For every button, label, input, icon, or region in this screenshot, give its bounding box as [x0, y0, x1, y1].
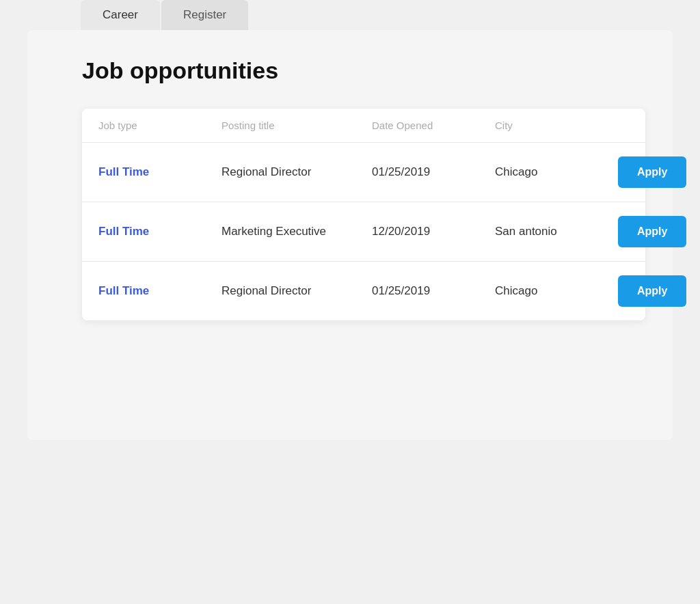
apply-cell: Apply [618, 156, 686, 188]
job-table: Job type Posting title Date Opened City … [82, 109, 645, 320]
page-title: Job opportunities [82, 57, 645, 84]
header-city: City [495, 120, 618, 131]
date-opened-cell: 01/25/2019 [372, 284, 495, 298]
apply-cell: Apply [618, 275, 686, 307]
date-opened-cell: 01/25/2019 [372, 165, 495, 179]
table-row: Full Time Marketing Executive 12/20/2019… [82, 202, 645, 261]
city-cell: Chicago [495, 165, 618, 179]
table-row: Full Time Regional Director 01/25/2019 C… [82, 142, 645, 202]
tab-career[interactable]: Career [81, 0, 160, 30]
posting-title-cell: Marketing Executive [221, 225, 372, 238]
job-type-cell: Full Time [98, 284, 221, 298]
table-row: Full Time Regional Director 01/25/2019 C… [82, 261, 645, 320]
city-cell: San antonio [495, 225, 618, 238]
header-job-type: Job type [98, 120, 221, 131]
posting-title-cell: Regional Director [221, 284, 372, 298]
page-wrapper: Career Register Job opportunities Job ty… [0, 0, 700, 604]
header-posting-title: Posting title [221, 120, 372, 131]
table-header: Job type Posting title Date Opened City [82, 109, 645, 142]
tab-register[interactable]: Register [161, 0, 248, 30]
city-cell: Chicago [495, 284, 618, 298]
posting-title-cell: Regional Director [221, 165, 372, 179]
content-area: Job opportunities Job type Posting title… [27, 30, 673, 440]
job-type-cell: Full Time [98, 225, 221, 238]
job-type-cell: Full Time [98, 165, 221, 179]
apply-button[interactable]: Apply [618, 156, 686, 188]
date-opened-cell: 12/20/2019 [372, 225, 495, 238]
apply-cell: Apply [618, 216, 686, 247]
header-action [618, 120, 629, 131]
header-date-opened: Date Opened [372, 120, 495, 131]
apply-button[interactable]: Apply [618, 216, 686, 247]
tabs-bar: Career Register [0, 0, 700, 30]
apply-button[interactable]: Apply [618, 275, 686, 307]
